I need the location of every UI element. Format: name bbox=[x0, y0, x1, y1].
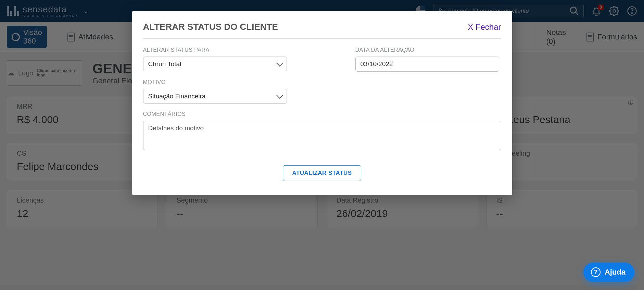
reason-select[interactable]: Situação Financeira bbox=[143, 89, 287, 104]
help-label: Ajuda bbox=[605, 268, 626, 277]
status-label: ALTERAR STATUS PARA bbox=[143, 47, 287, 53]
comments-label: COMENTÁRIOS bbox=[143, 111, 501, 117]
field-status: ALTERAR STATUS PARA Chrun Total bbox=[143, 47, 287, 72]
field-comments: COMENTÁRIOS Detalhes do motivo bbox=[143, 111, 501, 152]
modal-close-button[interactable]: X Fechar bbox=[468, 22, 501, 32]
comments-textarea[interactable]: Detalhes do motivo bbox=[143, 121, 501, 150]
modal-title: ALTERAR STATUS DO CLIENTE bbox=[143, 22, 278, 32]
update-status-button[interactable]: ATUALIZAR STATUS bbox=[283, 165, 361, 181]
reason-label: MOTIVO bbox=[143, 79, 501, 85]
status-select[interactable]: Chrun Total bbox=[143, 57, 287, 71]
help-float-button[interactable]: ? Ajuda bbox=[583, 263, 634, 282]
help-question-icon: ? bbox=[591, 267, 601, 277]
change-status-modal: ALTERAR STATUS DO CLIENTE X Fechar ALTER… bbox=[132, 11, 512, 195]
date-input[interactable] bbox=[355, 57, 499, 72]
field-date: DATA DA ALTERAÇÃO bbox=[355, 47, 499, 72]
date-label: DATA DA ALTERAÇÃO bbox=[355, 47, 499, 53]
field-reason: MOTIVO Situação Financeira bbox=[143, 79, 501, 104]
